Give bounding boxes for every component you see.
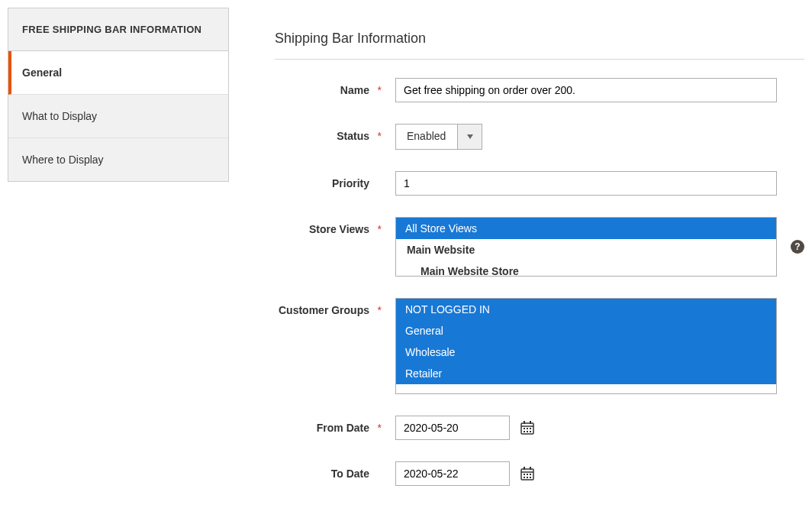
svg-rect-2 [530,421,531,424]
label-customer-groups: Customer Groups* [275,298,382,316]
store-views-option[interactable]: Main Website Store [396,260,776,277]
priority-input[interactable] [395,171,777,196]
label-to-date: To Date [275,461,382,480]
chevron-down-icon[interactable] [457,125,482,149]
customer-group-option[interactable]: NOT LOGGED IN [396,299,776,320]
status-select[interactable]: Enabled [395,124,482,150]
svg-rect-9 [530,431,531,432]
sidebar-item-what-to-display[interactable]: What to Display [8,95,228,138]
store-views-option[interactable]: Main Website [396,239,776,260]
store-views-multiselect[interactable]: All Store Views Main Website Main Websit… [395,217,777,277]
name-input[interactable] [395,78,777,102]
calendar-icon[interactable] [520,421,534,435]
customer-groups-multiselect[interactable]: NOT LOGGED IN General Wholesale Retailer [395,298,777,394]
label-name: Name* [275,78,382,96]
label-store-views: Store Views* [275,217,382,235]
svg-rect-15 [527,474,528,475]
svg-rect-4 [524,428,525,429]
to-date-input[interactable] [395,461,510,486]
label-priority: Priority [275,171,382,189]
svg-rect-14 [524,474,525,475]
help-icon[interactable]: ? [791,240,804,254]
customer-group-option[interactable]: Retailer [396,363,776,384]
label-status: Status* [275,124,382,142]
svg-rect-18 [527,477,528,478]
main-content: Shipping Bar Information Name* Status* E… [229,0,812,508]
svg-rect-7 [524,431,525,432]
customer-group-option[interactable]: Wholesale [396,341,776,363]
customer-group-option[interactable]: General [396,320,776,341]
from-date-input[interactable] [395,416,510,440]
sidebar-item-where-to-display[interactable]: Where to Display [8,138,228,181]
sidebar-header: FREE SHIPPING BAR INFORMATION [8,8,228,51]
status-value: Enabled [396,125,457,149]
svg-rect-16 [530,474,531,475]
sidebar: FREE SHIPPING BAR INFORMATION General Wh… [0,0,229,508]
svg-rect-12 [530,467,531,470]
svg-rect-19 [530,477,531,478]
calendar-icon[interactable] [520,467,534,480]
label-from-date: From Date* [275,416,382,434]
svg-rect-8 [527,431,528,432]
svg-rect-1 [524,421,525,424]
svg-rect-11 [524,467,525,470]
svg-rect-6 [530,428,531,429]
section-title: Shipping Bar Information [275,31,804,60]
sidebar-item-general[interactable]: General [8,51,228,95]
svg-rect-5 [527,428,528,429]
store-views-option[interactable]: All Store Views [396,218,776,239]
svg-rect-17 [524,477,525,478]
